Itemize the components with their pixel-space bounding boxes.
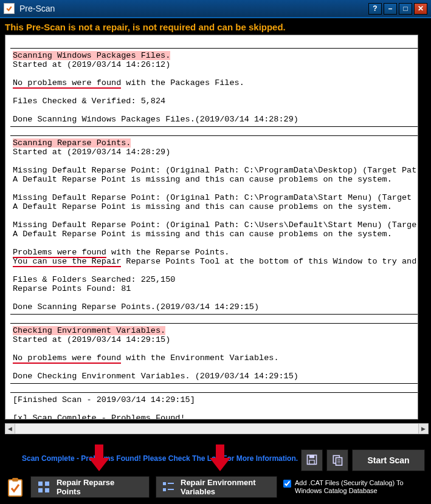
save-log-button[interactable]	[301, 449, 323, 471]
section-env: Checking Environment Variables. Started …	[10, 323, 418, 384]
copy-log-button[interactable]	[326, 449, 348, 471]
log-line: Started at (2019/03/14 14:29:15)	[13, 335, 170, 344]
section-finish: [Finished Scan - 2019/03/14 14:29:15] [x…	[10, 392, 418, 420]
log-line: with the Packages Files.	[121, 78, 244, 87]
grid-icon	[37, 480, 50, 494]
list-icon	[162, 480, 174, 494]
scroll-track[interactable]	[15, 423, 418, 434]
log-line: Started at (2019/03/14 14:28:29)	[13, 148, 170, 157]
svg-rect-9	[12, 478, 18, 482]
minimize-button[interactable]: –	[384, 3, 397, 15]
svg-rect-1	[309, 455, 314, 458]
log-line-underlined: No problems were found	[13, 78, 121, 89]
svg-rect-12	[38, 488, 43, 492]
log-line: with the Environment Variables.	[121, 353, 278, 363]
section-heading: Scanning Windows Packages Files.	[13, 51, 170, 60]
svg-rect-4	[336, 457, 342, 465]
scroll-left-icon[interactable]: ◀	[5, 423, 15, 434]
log-line: A Default Reparse Point is missing and t…	[13, 202, 392, 211]
window-title: Pre-Scan	[19, 4, 368, 13]
log-line: [x] Scan Complete - Problems Found!	[13, 414, 185, 420]
app-icon	[4, 3, 15, 14]
start-scan-button[interactable]: Start Scan	[352, 449, 425, 471]
log-line: with the Reparse Points.	[106, 248, 230, 257]
maximize-button[interactable]: □	[399, 3, 412, 15]
log-line: A Default Reparse Point is missing and t…	[13, 175, 392, 184]
log-line: Files & Folders Searched: 225,150	[13, 275, 175, 284]
log-line: Missing Default Reparse Point: (Original…	[13, 166, 416, 175]
status-text: Scan Complete - Problems Found! Please C…	[22, 454, 298, 463]
log-line: Done Scanning Windows Packages Files.(20…	[13, 115, 298, 124]
repair-env-button[interactable]: Repair Environment Variables	[156, 476, 277, 498]
log-line: Files Checked & Verified: 5,824	[13, 97, 165, 106]
svg-rect-14	[163, 482, 166, 485]
svg-rect-16	[163, 488, 166, 491]
section-heading: Checking Environment Variables.	[13, 326, 165, 335]
log-line: Missing Default Reparse Point: (Original…	[13, 220, 416, 230]
svg-rect-11	[45, 482, 49, 486]
log-line-underlined: No problems were found	[13, 353, 121, 364]
banner-text: This Pre-Scan is not a repair, is not re…	[5, 22, 286, 32]
svg-rect-13	[45, 488, 49, 492]
log-viewport[interactable]: Scanning Windows Packages Files. Started…	[5, 35, 418, 420]
close-button[interactable]: ✕	[414, 3, 427, 15]
checkbox-label: Add .CAT Files (Security Catalog) To Win…	[295, 479, 411, 495]
clipboard-icon	[6, 476, 24, 498]
svg-rect-10	[38, 482, 43, 486]
floppy-icon	[306, 454, 318, 468]
log-line: Reparse Points Found: 81	[13, 284, 131, 293]
horizontal-scrollbar[interactable]: ◀ ▶	[5, 423, 429, 434]
log-content: Scanning Windows Packages Files. Started…	[5, 35, 418, 420]
titlebar: Pre-Scan ? – □ ✕	[0, 0, 431, 18]
button-label: Repair Environment Variables	[181, 478, 268, 496]
log-line-underlined: You can use the Repair	[13, 257, 121, 267]
scroll-right-icon[interactable]: ▶	[418, 423, 429, 434]
banner: This Pre-Scan is not a repair, is not re…	[0, 18, 431, 35]
section-heading: Scanning Reparse Points.	[13, 138, 131, 148]
log-line: A Default Reparse Point is missing and t…	[13, 230, 392, 239]
log-line: [Finished Scan - 2019/03/14 14:29:15]	[13, 395, 195, 404]
log-line: Done Checking Environment Variables. (20…	[13, 372, 298, 381]
help-button[interactable]: ?	[368, 3, 382, 15]
log-line: Reparse Points Tool at the bottom of thi…	[121, 257, 416, 266]
log-line: Done Scanning Reparse Points.(2019/03/14…	[13, 302, 259, 312]
repair-reparse-button[interactable]: Repair Reparse Points	[30, 476, 150, 498]
add-cat-checkbox-row[interactable]: Add .CAT Files (Security Catalog) To Win…	[283, 479, 411, 495]
log-line: Started at (2019/03/14 14:26:12)	[13, 60, 170, 69]
svg-rect-2	[309, 460, 314, 464]
button-label: Repair Reparse Points	[57, 478, 140, 496]
section-reparse: Scanning Reparse Points. Started at (201…	[10, 135, 418, 315]
svg-rect-8	[9, 480, 22, 496]
bottom-panel: Scan Complete - Problems Found! Please C…	[0, 446, 431, 504]
log-line: Missing Default Reparse Point: (Original…	[13, 193, 416, 202]
section-packages: Scanning Windows Packages Files. Started…	[10, 48, 418, 127]
add-cat-checkbox[interactable]	[283, 480, 291, 488]
copy-icon	[331, 454, 343, 468]
